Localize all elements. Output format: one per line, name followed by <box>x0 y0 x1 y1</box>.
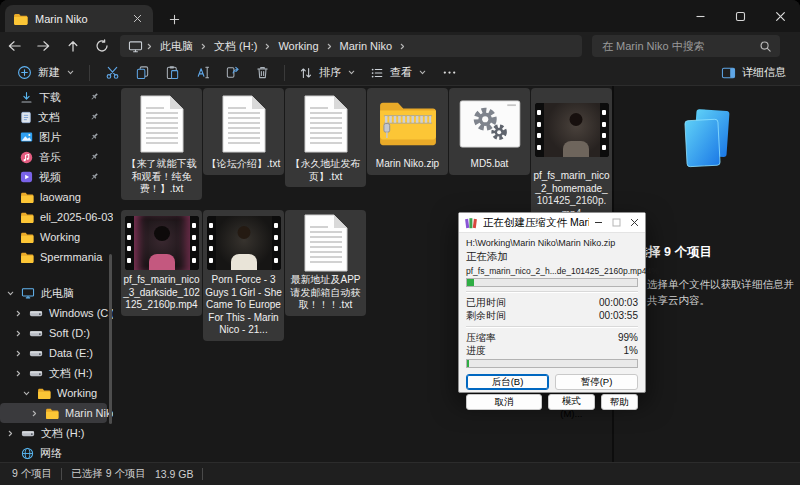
close-button[interactable] <box>760 0 800 32</box>
help-button[interactable]: 帮助 <box>601 394 638 410</box>
file-tile-address-page[interactable]: 【永久地址发布页】.txt <box>285 88 366 187</box>
selection-hint: 选择单个文件以获取详细信息并共享云内容。 <box>647 276 797 308</box>
remaining-label: 剩余时间 <box>466 309 506 322</box>
sidebar-item-downloads[interactable]: 下载 <box>0 87 113 107</box>
sidebar-item-eli[interactable]: eli_2025-06-03 12l <box>0 207 113 227</box>
drive-icon <box>29 349 43 358</box>
paste-button[interactable] <box>157 62 187 84</box>
dialog-titlebar[interactable]: 正在创建压缩文件 Mari... <box>459 213 645 233</box>
dialog-title: 正在创建压缩文件 Mari... <box>483 216 589 230</box>
document-icon <box>20 111 32 124</box>
tree-item-docs-h[interactable]: 文档 (H:) <box>0 363 113 383</box>
crumb-docs-h[interactable]: 文档 (H:) <box>210 39 261 54</box>
sort-button[interactable]: 排序 <box>292 62 363 84</box>
sidebar-scrollbar[interactable] <box>109 254 112 424</box>
sidebar-item-music[interactable]: 音乐 <box>0 147 113 167</box>
file-tile-zip[interactable]: Marin Niko.zip <box>367 88 448 175</box>
copy-button[interactable] <box>127 62 157 84</box>
rename-button[interactable] <box>187 62 217 84</box>
file-name: Porn Force - 3 Guys 1 Girl - She Came To… <box>205 274 282 337</box>
up-button[interactable] <box>58 34 87 58</box>
file-tile-forum-intro[interactable]: 【论坛介绍】.txt <box>203 88 284 175</box>
file-tile-bat[interactable]: MD5.bat <box>449 88 530 175</box>
breadcrumb-chevron-icon <box>325 42 334 51</box>
winrar-progress-dialog: 正在创建压缩文件 Mari... H:\Working\Marin Niko\M… <box>458 212 646 393</box>
file-tile-readme[interactable]: 【来了就能下载和观看！纯免费！】.txt <box>121 88 202 200</box>
tree-item-network[interactable]: 网络 <box>0 443 113 462</box>
new-button[interactable]: 新建 <box>10 62 82 84</box>
dialog-separator <box>466 291 638 293</box>
cancel-button[interactable]: 取消 <box>466 394 542 410</box>
selected-size: 13.9 GB <box>155 468 194 480</box>
sidebar-item-documents[interactable]: 文档 <box>0 107 113 127</box>
details-toggle-label: 详细信息 <box>742 65 786 80</box>
tree-item-working[interactable]: Working <box>0 383 113 403</box>
breadcrumb[interactable]: 此电脑 文档 (H:) Working Marin Niko <box>120 35 582 57</box>
tree-item-data-e[interactable]: Data (E:) <box>0 343 113 363</box>
sidebar-gap <box>0 267 113 283</box>
view-button[interactable]: 查看 <box>363 62 434 84</box>
crumb-working[interactable]: Working <box>274 40 322 52</box>
video-thumbnail <box>125 212 199 274</box>
tab-close-icon[interactable] <box>129 11 145 27</box>
sort-arrows-icon <box>299 66 313 80</box>
drive-icon <box>29 309 43 318</box>
file-tile-video-darkside[interactable]: pf_fs_marin_nico_3_darkside_102125_2160p… <box>121 210 202 316</box>
refresh-button[interactable] <box>87 34 116 58</box>
current-file: pf_fs_marin_nico_2_h...de_101425_2160p.m… <box>466 266 647 276</box>
crumb-this-pc[interactable]: 此电脑 <box>156 39 197 54</box>
dialog-minimize-icon[interactable] <box>594 218 603 227</box>
chevron-right-icon <box>14 329 23 338</box>
crumb-marin-niko[interactable]: Marin Niko <box>336 40 397 52</box>
this-pc-icon <box>128 40 143 53</box>
sidebar-item-laowang[interactable]: laowang <box>0 187 113 207</box>
share-button[interactable] <box>217 62 247 84</box>
sidebar-item-videos[interactable]: 视频 <box>0 167 113 187</box>
breadcrumb-chevron-icon <box>398 42 407 51</box>
chevron-down-icon <box>6 289 15 298</box>
tree-item-soft-d[interactable]: Soft (D:) <box>0 323 113 343</box>
view-icon <box>370 66 384 80</box>
details-toggle-button[interactable]: 详细信息 <box>721 65 790 80</box>
search-icon <box>759 40 772 53</box>
drive-icon <box>21 429 35 438</box>
pin-icon <box>90 132 99 141</box>
sidebar-item-pictures[interactable]: 图片 <box>0 127 113 147</box>
chevron-right-icon <box>6 429 15 438</box>
background-button[interactable]: 后台(B) <box>466 374 549 390</box>
minimize-button[interactable] <box>680 0 720 32</box>
new-tab-button[interactable] <box>163 8 185 30</box>
breadcrumb-chevron-icon <box>263 42 272 51</box>
cut-button[interactable] <box>97 62 127 84</box>
tree-item-this-pc[interactable]: 此电脑 <box>0 283 113 303</box>
search-box <box>592 35 780 57</box>
forward-button[interactable] <box>29 34 58 58</box>
sort-button-label: 排序 <box>319 65 341 80</box>
selected-count: 已选择 9 个项目 <box>71 467 146 481</box>
more-button[interactable] <box>434 62 464 84</box>
address-bar: 此电脑 文档 (H:) Working Marin Niko <box>0 32 800 60</box>
pause-button[interactable]: 暂停(P) <box>555 374 638 390</box>
back-button[interactable] <box>0 34 29 58</box>
folder-icon <box>20 232 34 243</box>
sidebar-item-spermmania[interactable]: Spermmania <box>0 247 113 267</box>
sidebar-item-working[interactable]: Working <box>0 227 113 247</box>
text-file-icon <box>139 90 185 158</box>
file-tile-latest-address[interactable]: 最新地址及APP请发邮箱自动获取！！！.txt <box>285 210 366 316</box>
file-tile-video-homemade[interactable]: pf_fs_marin_nico_2_homemade_101425_2160p… <box>531 88 612 224</box>
items-count: 9 个项目 <box>12 467 52 481</box>
delete-button[interactable] <box>247 62 277 84</box>
tab-marin-niko[interactable]: Marin Niko <box>5 5 153 32</box>
tab-title: Marin Niko <box>35 13 122 25</box>
maximize-button[interactable] <box>720 0 760 32</box>
tree-item-marin-niko[interactable]: Marin Niko <box>0 403 107 423</box>
remaining-value: 00:03:55 <box>599 309 638 322</box>
tree-item-docs-h-2[interactable]: 文档 (H:) <box>0 423 113 443</box>
mode-button[interactable]: 模式(M)... <box>548 394 595 410</box>
tree-item-windows-c[interactable]: Windows (C:) <box>0 303 113 323</box>
chevron-right-icon <box>14 349 23 358</box>
search-input[interactable] <box>600 39 759 53</box>
file-tile-video-pornforce[interactable]: Porn Force - 3 Guys 1 Girl - She Came To… <box>203 210 284 341</box>
folder-icon <box>37 388 51 399</box>
dialog-close-icon[interactable] <box>630 218 639 227</box>
